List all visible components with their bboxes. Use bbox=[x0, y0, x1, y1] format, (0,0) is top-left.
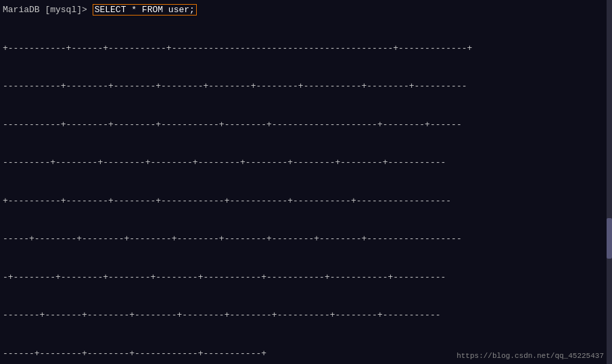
table-line-5: +----------+--------+--------+----------… bbox=[3, 195, 609, 208]
command-prompt-line: MariaDB [mysql]> SELECT * FROM user; bbox=[3, 4, 609, 16]
table-line-7: -+--------+--------+--------+--------+--… bbox=[3, 271, 609, 284]
scrollbar[interactable] bbox=[607, 0, 612, 364]
command-text: SELECT * FROM user; bbox=[93, 4, 197, 16]
table-line-6: -----+--------+--------+--------+-------… bbox=[3, 233, 609, 246]
table-line-2: -----------+--------+--------+--------+-… bbox=[3, 80, 609, 93]
table-line-4: ---------+--------+--------+--------+---… bbox=[3, 157, 609, 170]
table-line-3: -----------+--------+--------+----------… bbox=[3, 119, 609, 132]
scrollbar-thumb[interactable] bbox=[607, 218, 612, 259]
prompt-text: MariaDB [mysql]> bbox=[3, 5, 93, 15]
table-output: +-----------+------+-----------+--------… bbox=[3, 17, 609, 364]
terminal-window: MariaDB [mysql]> SELECT * FROM user; +--… bbox=[0, 0, 612, 364]
terminal-content: MariaDB [mysql]> SELECT * FROM user; +--… bbox=[3, 4, 609, 364]
table-line-8: -------+-------+--------+--------+------… bbox=[3, 309, 609, 322]
table-line-1: +-----------+------+-----------+--------… bbox=[3, 43, 609, 55]
watermark: https://blog.csdn.net/qq_45225437 bbox=[456, 352, 604, 360]
